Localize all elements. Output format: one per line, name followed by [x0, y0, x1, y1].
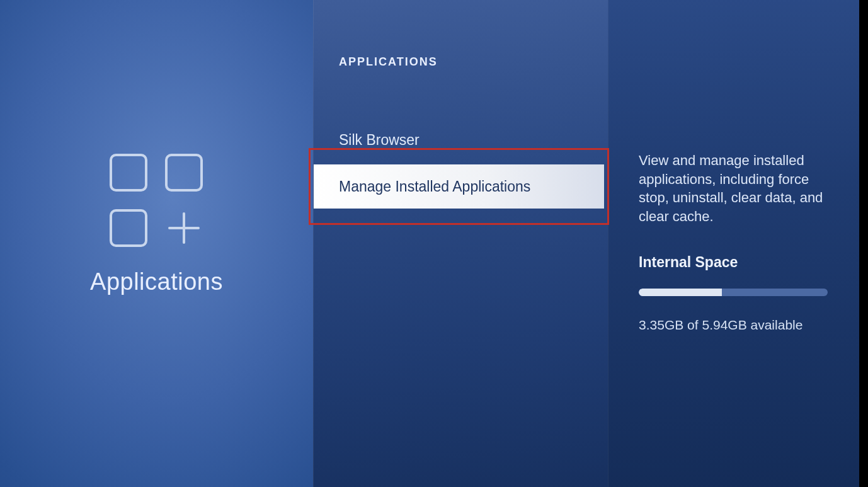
detail-panel: View and manage installed applications, … [608, 0, 859, 487]
menu-section-header: APPLICATIONS [314, 55, 608, 69]
applications-icon [110, 154, 203, 247]
menu-item-label: Silk Browser [339, 132, 420, 149]
left-panel: Applications [0, 0, 313, 487]
menu-item-label: Manage Installed Applications [339, 178, 530, 195]
applications-menu: APPLICATIONS Silk Browser Manage Install… [313, 0, 608, 487]
internal-space-progress [639, 289, 828, 296]
menu-item-silk-browser[interactable]: Silk Browser [314, 118, 608, 162]
detail-description: View and manage installed applications, … [639, 151, 828, 226]
internal-space-heading: Internal Space [639, 254, 828, 271]
left-panel-title: Applications [90, 268, 223, 295]
menu-item-manage-installed-applications[interactable]: Manage Installed Applications [314, 164, 604, 209]
internal-space-text: 3.35GB of 5.94GB available [639, 318, 828, 333]
screen-edge [859, 0, 868, 487]
internal-space-progress-fill [639, 289, 722, 296]
